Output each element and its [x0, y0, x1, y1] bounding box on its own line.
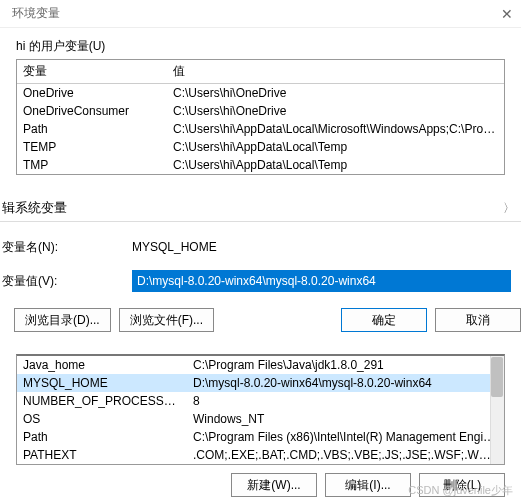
cell-name: Path [17, 428, 187, 446]
var-name-value[interactable]: MYSQL_HOME [132, 238, 521, 256]
table-row[interactable]: OneDriveC:\Users\hi\OneDrive [17, 84, 504, 103]
table-row[interactable]: TEMPC:\Users\hi\AppData\Local\Temp [17, 138, 504, 156]
browse-dir-button[interactable]: 浏览目录(D)... [14, 308, 111, 332]
close-icon[interactable]: ✕ [501, 6, 513, 22]
cell-name: Path [17, 120, 167, 138]
cell-name: Java_home [17, 356, 187, 374]
user-vars-table[interactable]: 变量 值 OneDriveC:\Users\hi\OneDriveOneDriv… [16, 59, 505, 175]
sys-new-button[interactable]: 新建(W)... [231, 473, 317, 497]
cell-name: PATHEXT [17, 446, 187, 464]
cell-value: C:\Program Files (x86)\Intel\Intel(R) Ma… [187, 428, 504, 446]
table-row[interactable]: NUMBER_OF_PROCESSORS8 [17, 392, 504, 410]
table-row[interactable]: Java_homeC:\Program Files\Java\jdk1.8.0_… [17, 356, 504, 374]
scrollbar[interactable] [490, 356, 504, 464]
system-vars-table[interactable]: Java_homeC:\Program Files\Java\jdk1.8.0_… [16, 354, 505, 465]
var-value-label: 变量值(V): [2, 273, 112, 290]
sys-edit-button[interactable]: 编辑(I)... [325, 473, 411, 497]
cell-value: C:\Users\hi\AppData\Local\Temp [167, 156, 504, 174]
cell-value: C:\Users\hi\AppData\Local\Microsoft\Wind… [167, 120, 504, 138]
cell-value: Windows_NT [187, 410, 504, 428]
cell-value: 8 [187, 392, 504, 410]
browse-file-button[interactable]: 浏览文件(F)... [119, 308, 214, 332]
col-header-name[interactable]: 变量 [17, 60, 167, 84]
watermark: CSDN @juvenile少年 [408, 483, 513, 498]
cell-value: .COM;.EXE;.BAT;.CMD;.VBS;.VBE;.JS;.JSE;.… [187, 446, 504, 464]
var-name-label: 变量名(N): [2, 239, 112, 256]
cell-name: OS [17, 410, 187, 428]
edit-dialog-body: 变量名(N): MYSQL_HOME 变量值(V): 浏览目录(D)... 浏览… [0, 221, 521, 352]
titlebar: 环境变量 ✕ [0, 0, 521, 28]
window-title: 环境变量 [12, 5, 60, 22]
scrollbar-thumb[interactable] [491, 357, 503, 397]
cell-name: MYSQL_HOME [17, 374, 187, 392]
table-row[interactable]: PathC:\Program Files (x86)\Intel\Intel(R… [17, 428, 504, 446]
cell-name: NUMBER_OF_PROCESSORS [17, 392, 187, 410]
cell-value: C:\Users\hi\OneDrive [167, 102, 504, 120]
cell-value: C:\Program Files\Java\jdk1.8.0_291 [187, 356, 504, 374]
col-header-value[interactable]: 值 [167, 60, 504, 84]
table-row[interactable]: PATHEXT.COM;.EXE;.BAT;.CMD;.VBS;.VBE;.JS… [17, 446, 504, 464]
cell-value: C:\Users\hi\AppData\Local\Temp [167, 138, 504, 156]
user-vars-label: hi 的用户变量(U) [16, 38, 521, 55]
table-row[interactable]: PathC:\Users\hi\AppData\Local\Microsoft\… [17, 120, 504, 138]
cell-name: OneDriveConsumer [17, 102, 167, 120]
edit-cancel-button[interactable]: 取消 [435, 308, 521, 332]
cell-name: TMP [17, 156, 167, 174]
chevron-right-icon[interactable]: 〉 [503, 200, 521, 217]
table-row[interactable]: TMPC:\Users\hi\AppData\Local\Temp [17, 156, 504, 174]
table-row[interactable]: OneDriveConsumerC:\Users\hi\OneDrive [17, 102, 504, 120]
table-row[interactable]: MYSQL_HOMED:\mysql-8.0.20-winx64\mysql-8… [17, 374, 504, 392]
edit-ok-button[interactable]: 确定 [341, 308, 427, 332]
var-value-input[interactable] [132, 270, 511, 292]
cell-value: C:\Users\hi\OneDrive [167, 84, 504, 103]
cell-name: OneDrive [17, 84, 167, 103]
cell-name: TEMP [17, 138, 167, 156]
table-row[interactable]: OSWindows_NT [17, 410, 504, 428]
cell-value: D:\mysql-8.0.20-winx64\mysql-8.0.20-winx… [187, 374, 504, 392]
edit-dialog-title: 辑系统变量 〉 [0, 193, 521, 221]
